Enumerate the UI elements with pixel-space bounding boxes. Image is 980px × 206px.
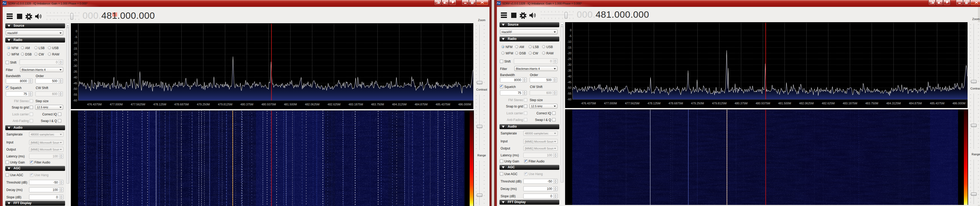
svg-text:484.3125M: 484.3125M: [886, 102, 900, 105]
svg-text:482.0625M: 482.0625M: [799, 102, 814, 105]
svg-text:-10: -10: [567, 40, 571, 43]
svg-text:478.125M: 478.125M: [648, 102, 660, 105]
svg-text:-30: -30: [73, 64, 77, 67]
svg-text:-45: -45: [567, 81, 571, 84]
svg-text:-50: -50: [73, 87, 77, 90]
svg-text:479.8125M: 479.8125M: [218, 103, 232, 106]
svg-text:483.1875M: 483.1875M: [843, 102, 857, 105]
svg-text:-35: -35: [567, 69, 571, 72]
svg-text:-60: -60: [73, 99, 77, 102]
svg-text:478.125M: 478.125M: [153, 103, 166, 106]
svg-text:-10: -10: [73, 41, 77, 44]
svg-text:476.4375M: 476.4375M: [87, 103, 102, 106]
svg-text:483.750M: 483.750M: [865, 102, 878, 105]
svg-text:480.9375M: 480.9375M: [756, 102, 770, 105]
svg-text:-5: -5: [75, 35, 77, 38]
svg-text:480.375M: 480.375M: [735, 102, 748, 105]
svg-text:-25: -25: [567, 57, 571, 60]
svg-text:477.000M: 477.000M: [110, 103, 123, 106]
svg-text:-40: -40: [73, 76, 77, 79]
svg-text:480.9375M: 480.9375M: [261, 103, 276, 106]
svg-text:476.4375M: 476.4375M: [581, 102, 596, 105]
svg-text:477.5625M: 477.5625M: [130, 103, 145, 106]
svg-text:-50: -50: [567, 86, 571, 89]
svg-text:485.4375M: 485.4375M: [436, 103, 450, 106]
svg-text:477.5625M: 477.5625M: [625, 102, 640, 105]
svg-text:482.625M: 482.625M: [822, 102, 835, 105]
svg-text:484.875M: 484.875M: [415, 103, 428, 106]
svg-text:486.000M: 486.000M: [953, 102, 966, 105]
svg-text:478.6875M: 478.6875M: [668, 102, 683, 105]
svg-text:483.1875M: 483.1875M: [348, 103, 363, 106]
svg-text:-5: -5: [569, 34, 571, 38]
svg-text:484.875M: 484.875M: [909, 102, 922, 105]
svg-text:483.750M: 483.750M: [371, 103, 384, 106]
svg-text:-35: -35: [73, 70, 77, 73]
svg-text:480.375M: 480.375M: [240, 103, 253, 106]
svg-text:478.6875M: 478.6875M: [174, 103, 189, 106]
svg-text:481.500M: 481.500M: [284, 103, 297, 106]
svg-text:486.000M: 486.000M: [458, 103, 471, 106]
svg-text:-55: -55: [567, 92, 571, 95]
svg-text:-25: -25: [73, 59, 77, 62]
svg-text:-55: -55: [73, 93, 77, 96]
svg-text:-20: -20: [567, 52, 571, 55]
svg-text:479.8125M: 479.8125M: [712, 102, 727, 105]
svg-text:-45: -45: [73, 82, 77, 85]
svg-text:0: 0: [570, 29, 571, 32]
svg-text:479.250M: 479.250M: [197, 103, 210, 106]
svg-text:481.500M: 481.500M: [778, 102, 791, 105]
svg-text:-20: -20: [73, 52, 77, 56]
svg-text:0: 0: [76, 30, 77, 33]
svg-text:482.625M: 482.625M: [328, 103, 340, 106]
svg-text:-30: -30: [567, 63, 571, 66]
svg-text:-15: -15: [567, 46, 571, 49]
svg-text:477.000M: 477.000M: [604, 102, 617, 105]
svg-text:-40: -40: [567, 75, 571, 78]
svg-text:479.250M: 479.250M: [691, 102, 704, 105]
svg-text:-15: -15: [73, 47, 77, 50]
svg-text:484.3125M: 484.3125M: [392, 103, 406, 106]
svg-text:-60: -60: [567, 98, 571, 101]
svg-text:482.0625M: 482.0625M: [305, 103, 320, 106]
svg-text:485.4375M: 485.4375M: [930, 102, 944, 105]
